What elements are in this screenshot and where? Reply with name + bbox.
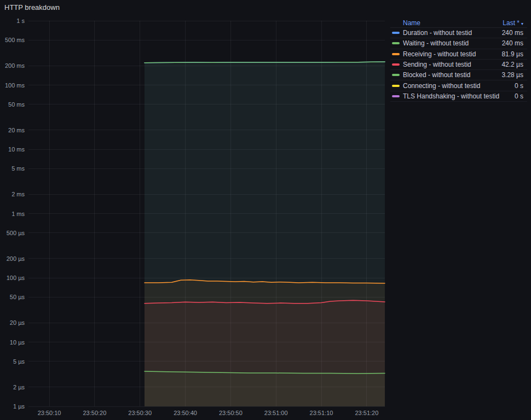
legend-rows: Duration - without testid240 msWaiting -… xyxy=(390,28,527,102)
y-tick-label: 200 µs xyxy=(7,255,25,262)
y-tick-label: 2 µs xyxy=(13,384,25,390)
series-label: Connecting - without testid xyxy=(403,82,510,90)
legend-header: Name Last *▾ xyxy=(390,18,527,28)
legend-row[interactable]: Receiving - without testid81.9 µs xyxy=(390,49,527,60)
y-tick-label: 200 ms xyxy=(5,62,25,69)
y-tick-label: 50 ms xyxy=(8,101,25,108)
series-color-indicator[interactable] xyxy=(392,95,400,97)
y-tick-label: 5 µs xyxy=(13,358,25,365)
legend-sort-name[interactable]: Name xyxy=(403,19,420,27)
y-tick-label: 500 µs xyxy=(7,230,25,236)
series-last-value: 42.2 µs xyxy=(501,61,523,68)
series-last-value: 240 ms xyxy=(502,29,523,37)
y-tick-label: 1 s xyxy=(16,18,25,24)
legend-row[interactable]: Waiting - without testid240 ms xyxy=(390,38,527,49)
x-tick-label: 23:51:00 xyxy=(264,410,288,416)
series-fill xyxy=(145,371,385,406)
legend: Name Last *▾ Duration - without testid24… xyxy=(390,18,527,102)
y-tick-label: 1 ms xyxy=(11,211,25,217)
series-last-value: 240 ms xyxy=(502,39,523,47)
y-tick-label: 5 ms xyxy=(11,165,25,172)
x-tick-label: 23:50:50 xyxy=(219,410,243,416)
series-last-value: 0 s xyxy=(515,92,523,100)
sort-desc-icon: ▾ xyxy=(521,21,523,26)
panel-title[interactable]: HTTP breakdown xyxy=(4,3,60,11)
x-tick-label: 23:51:20 xyxy=(355,410,378,416)
y-tick-label: 10 µs xyxy=(10,339,25,346)
y-tick-label: 20 ms xyxy=(8,127,25,133)
series-color-indicator[interactable] xyxy=(392,42,400,44)
y-tick-label: 2 ms xyxy=(11,191,25,197)
series-label: Receiving - without testid xyxy=(403,50,497,58)
series-color-indicator[interactable] xyxy=(392,32,400,34)
y-tick-label: 20 µs xyxy=(10,319,25,326)
x-tick-label: 23:50:30 xyxy=(128,410,152,416)
y-tick-label: 500 ms xyxy=(5,37,25,43)
legend-row[interactable]: Duration - without testid240 ms xyxy=(390,28,527,38)
series-color-indicator[interactable] xyxy=(392,74,400,76)
series-label: Duration - without testid xyxy=(403,29,498,37)
y-tick-label: 1 µs xyxy=(13,403,25,410)
series-last-value: 81.9 µs xyxy=(501,50,523,58)
legend-sort-last[interactable]: Last *▾ xyxy=(503,19,523,27)
series-color-indicator[interactable] xyxy=(392,85,400,87)
panel: 1 s500 ms200 ms100 ms50 ms20 ms10 ms5 ms… xyxy=(0,0,531,420)
series-label: Sending - without testid xyxy=(403,61,497,68)
x-tick-label: 23:50:10 xyxy=(38,410,61,416)
x-tick-label: 23:50:20 xyxy=(83,410,106,416)
y-tick-label: 100 ms xyxy=(5,82,25,89)
series-label: TLS Handshaking - without testid xyxy=(403,92,510,100)
legend-row[interactable]: Blocked - without testid3.28 µs xyxy=(390,70,527,80)
series-label: Blocked - without testid xyxy=(403,71,497,79)
legend-row[interactable]: TLS Handshaking - without testid0 s xyxy=(390,91,527,102)
y-tick-label: 10 ms xyxy=(8,146,25,153)
x-tick-label: 23:50:40 xyxy=(174,410,197,416)
y-tick-label: 50 µs xyxy=(10,294,25,300)
legend-row[interactable]: Connecting - without testid0 s xyxy=(390,80,527,91)
series-label: Waiting - without testid xyxy=(403,39,498,47)
series-color-indicator[interactable] xyxy=(392,63,400,66)
legend-sort-last-label: Last * xyxy=(503,19,520,27)
legend-row[interactable]: Sending - without testid42.2 µs xyxy=(390,60,527,70)
series-last-value: 0 s xyxy=(515,82,523,90)
y-tick-label: 100 µs xyxy=(7,275,25,281)
series-color-indicator[interactable] xyxy=(392,53,400,55)
x-tick-label: 23:51:10 xyxy=(310,410,333,416)
series-last-value: 3.28 µs xyxy=(501,71,523,79)
